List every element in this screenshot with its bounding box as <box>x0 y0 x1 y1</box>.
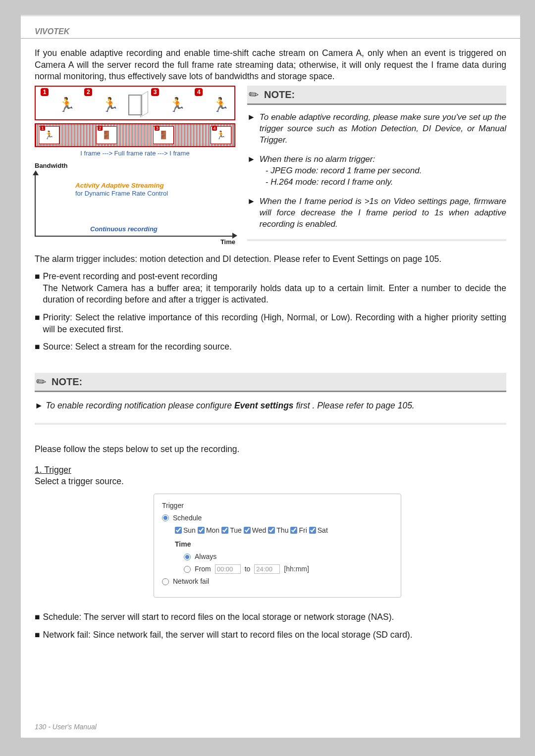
step1-head: 1. Trigger <box>35 464 506 476</box>
content: If you enable adaptive recording and ena… <box>21 39 520 655</box>
diagram-strip-1: 1 🏃 2 🏃 3 🏃 4 🏃 <box>35 86 235 120</box>
radio-always[interactable]: Always <box>184 552 393 561</box>
thu-checkbox[interactable] <box>268 527 275 534</box>
note2-wrap: ✎ NOTE: ► To enable recording notificati… <box>35 373 506 425</box>
day-sat[interactable]: Sat <box>309 526 328 535</box>
note2-bold: Event settings <box>234 401 294 410</box>
bullet-body: The Network Camera has a buffer area; it… <box>43 283 506 305</box>
sun-checkbox[interactable] <box>175 527 182 534</box>
day-wed[interactable]: Wed <box>244 526 267 535</box>
bandwidth-chart: Activity Adaptive Streaming for Dynamic … <box>35 172 235 237</box>
runner-icon: 🏃 <box>212 96 229 114</box>
wed-checkbox[interactable] <box>244 527 251 534</box>
page: VIVOTEK If you enable adaptive recording… <box>21 15 520 738</box>
time-heading: Time <box>175 540 393 549</box>
triangle-icon: ► <box>35 401 43 410</box>
square-bullet-icon: ■ <box>35 611 40 623</box>
door-icon <box>128 95 142 115</box>
day-thu[interactable]: Thu <box>268 526 288 535</box>
intro-paragraph: If you enable adaptive recording and ena… <box>35 48 506 83</box>
runner-icon: 🏃 <box>102 96 119 114</box>
from-input[interactable] <box>215 564 241 574</box>
note2-heading: ✎ NOTE: <box>35 373 506 392</box>
time-options: Always From to [hh:mm] <box>184 552 393 574</box>
bullet-text: Pre-event recording and post-event recor… <box>43 271 506 306</box>
note-item-1: ► To enable adaptive recording, please m… <box>247 112 506 146</box>
tue-label: Tue <box>230 526 242 535</box>
bandwidth-label: Bandwidth <box>35 161 235 170</box>
days-row: Sun Mon Tue Wed Thu Fri Sat <box>175 526 393 535</box>
square-bullet-icon: ■ <box>35 629 40 641</box>
note-title: NOTE: <box>264 88 295 101</box>
square-bullet-icon: ■ <box>35 312 40 335</box>
post-bullet-1: ■ Schedule: The server will start to rec… <box>35 611 506 623</box>
trigger-panel: Trigger Schedule Sun Mon Tue Wed Thu Fri… <box>154 494 401 598</box>
brand-accent <box>21 15 520 16</box>
day-mon[interactable]: Mon <box>198 526 219 535</box>
badge-3: 3 <box>151 88 159 96</box>
bullet-item-1: ■ Pre-event recording and post-event rec… <box>35 271 506 306</box>
trigger-legend: Trigger <box>162 502 184 509</box>
note-item-2: ► When there is no alarm trigger: - JPEG… <box>247 154 506 188</box>
always-radio[interactable] <box>184 554 191 560</box>
note-lead: When there is no alarm trigger: <box>260 154 375 164</box>
to-input[interactable] <box>254 564 280 574</box>
adaptive-diagram: 1 🏃 2 🏃 3 🏃 4 🏃 1🏃 2🚪 3🚪 4 <box>35 86 235 247</box>
from-label: From <box>195 564 211 574</box>
network-fail-label: Network fail <box>173 577 209 586</box>
radio-from[interactable]: From to [hh:mm] <box>184 564 393 574</box>
diagram-column: 1 🏃 2 🏃 3 🏃 4 🏃 1🏃 2🚪 3🚪 4 <box>35 86 235 247</box>
steps-intro: Please follow the steps below to set up … <box>35 444 506 455</box>
note2-post: first . Please refer to page 105. <box>294 401 415 410</box>
mon-checkbox[interactable] <box>198 527 205 534</box>
radio-network-fail[interactable]: Network fail <box>162 577 393 586</box>
sat-label: Sat <box>318 526 328 535</box>
from-radio[interactable] <box>184 566 191 573</box>
fri-label: Fri <box>299 526 307 535</box>
network-fail-radio[interactable] <box>162 578 169 585</box>
tue-checkbox[interactable] <box>221 527 228 534</box>
post-bullet-text: Schedule: The server will start to recor… <box>43 611 394 623</box>
day-fri[interactable]: Fri <box>290 526 307 535</box>
radio-schedule[interactable]: Schedule <box>162 513 393 523</box>
bullet-text: Source: Select a stream for the recordin… <box>43 341 232 353</box>
day-tue[interactable]: Tue <box>221 526 242 535</box>
brand-bar: VIVOTEK <box>21 17 520 39</box>
iframe-label: I frame ---> Full frame rate ---> I fram… <box>35 149 235 158</box>
badge-1: 1 <box>41 88 49 96</box>
arrow-up-icon <box>33 170 39 175</box>
note2-title: NOTE: <box>52 375 82 389</box>
note-column: ✎ NOTE: ► To enable adaptive recording, … <box>247 86 506 247</box>
time-hint: [hh:mm] <box>284 564 309 574</box>
bullet-item-3: ■ Source: Select a stream for the record… <box>35 341 506 353</box>
alarm-paragraph: The alarm trigger includes: motion detec… <box>35 253 506 265</box>
triangle-icon: ► <box>247 196 256 230</box>
fri-checkbox[interactable] <box>290 527 297 534</box>
note-text-3: When the I frame period is >1s on Video … <box>260 196 506 230</box>
tile-3: 3🚪 <box>153 126 174 144</box>
step1-sub: Select a trigger source. <box>35 476 506 488</box>
note-text-2: When there is no alarm trigger: - JPEG m… <box>260 154 422 188</box>
to-label: to <box>245 564 251 574</box>
schedule-radio[interactable] <box>162 514 169 521</box>
note-heading: ✎ NOTE: <box>247 86 506 105</box>
mon-label: Mon <box>206 526 219 535</box>
dfrc-label: for Dynamic Frame Rate Control <box>75 189 168 198</box>
sat-checkbox[interactable] <box>309 527 316 534</box>
triangle-icon: ► <box>247 154 256 188</box>
tile-1: 1🏃 <box>39 126 59 144</box>
divider <box>247 239 506 241</box>
note-body: ► To enable adaptive recording, please m… <box>247 112 506 230</box>
badge-2: 2 <box>84 88 92 96</box>
pencil-icon: ✎ <box>245 85 263 104</box>
brand-text: VIVOTEK <box>35 27 69 36</box>
day-sun[interactable]: Sun <box>175 526 196 535</box>
note-sub-a: - JPEG mode: record 1 frame per second. <box>266 166 422 175</box>
bullet-item-2: ■ Priority: Select the relative importan… <box>35 312 506 335</box>
time-axis-label: Time <box>220 238 235 247</box>
post-bullet-text: Network fail: Since network fail, the se… <box>43 629 413 641</box>
note-item-3: ► When the I frame period is >1s on Vide… <box>247 196 506 230</box>
continuous-recording-label: Continuous recording <box>90 225 158 234</box>
tile-2: 2🚪 <box>96 126 117 144</box>
note2-pre: To enable recording notification please … <box>46 401 234 410</box>
